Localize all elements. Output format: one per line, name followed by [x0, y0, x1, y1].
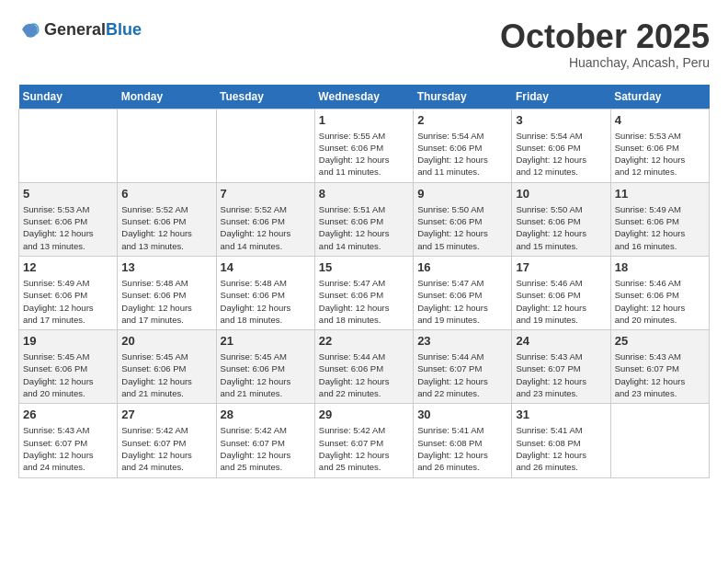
day-number: 8: [319, 187, 409, 201]
calendar-cell: 20Sunrise: 5:45 AM Sunset: 6:06 PM Dayli…: [118, 330, 216, 404]
calendar-cell: 25Sunrise: 5:43 AM Sunset: 6:07 PM Dayli…: [610, 330, 709, 404]
day-number: 11: [615, 187, 705, 201]
weekday-header-thursday: Thursday: [414, 85, 512, 109]
day-number: 6: [121, 187, 211, 201]
day-detail: Sunrise: 5:45 AM Sunset: 6:06 PM Dayligh…: [23, 350, 113, 399]
day-number: 25: [615, 334, 705, 348]
calendar-cell: 15Sunrise: 5:47 AM Sunset: 6:06 PM Dayli…: [314, 256, 413, 329]
day-detail: Sunrise: 5:47 AM Sunset: 6:06 PM Dayligh…: [319, 277, 409, 326]
day-number: 4: [615, 113, 705, 127]
calendar-cell: 1Sunrise: 5:55 AM Sunset: 6:06 PM Daylig…: [314, 109, 413, 182]
day-detail: Sunrise: 5:41 AM Sunset: 6:08 PM Dayligh…: [417, 424, 507, 473]
logo: General Blue: [18, 18, 142, 40]
day-number: 14: [221, 260, 311, 274]
day-number: 23: [417, 334, 507, 348]
calendar-title: October 2025: [500, 18, 710, 55]
day-detail: Sunrise: 5:46 AM Sunset: 6:06 PM Dayligh…: [516, 277, 606, 326]
day-number: 2: [417, 113, 507, 127]
day-number: 30: [417, 408, 507, 421]
day-detail: Sunrise: 5:55 AM Sunset: 6:06 PM Dayligh…: [319, 130, 409, 178]
calendar-cell: 2Sunrise: 5:54 AM Sunset: 6:06 PM Daylig…: [414, 109, 512, 182]
title-section: October 2025 Huanchay, Ancash, Peru: [500, 18, 710, 70]
day-detail: Sunrise: 5:48 AM Sunset: 6:06 PM Dayligh…: [121, 277, 211, 326]
day-number: 9: [417, 187, 507, 201]
calendar-cell: 26Sunrise: 5:43 AM Sunset: 6:07 PM Dayli…: [19, 404, 118, 477]
day-detail: Sunrise: 5:44 AM Sunset: 6:06 PM Dayligh…: [319, 350, 409, 399]
calendar-cell: 3Sunrise: 5:54 AM Sunset: 6:06 PM Daylig…: [512, 109, 610, 182]
day-number: 15: [319, 260, 409, 274]
calendar-cell: 27Sunrise: 5:42 AM Sunset: 6:07 PM Dayli…: [118, 404, 216, 477]
day-detail: Sunrise: 5:53 AM Sunset: 6:06 PM Dayligh…: [615, 130, 705, 178]
calendar-cell: 19Sunrise: 5:45 AM Sunset: 6:06 PM Dayli…: [19, 330, 118, 404]
day-number: 29: [319, 408, 409, 421]
logo-blue-text: Blue: [106, 20, 142, 40]
day-detail: Sunrise: 5:53 AM Sunset: 6:06 PM Dayligh…: [23, 203, 113, 252]
day-number: 28: [221, 408, 311, 421]
day-number: 24: [516, 334, 606, 348]
calendar-cell: 29Sunrise: 5:42 AM Sunset: 6:07 PM Dayli…: [314, 404, 413, 477]
day-number: 13: [121, 260, 211, 274]
weekday-header-sunday: Sunday: [19, 85, 118, 109]
day-detail: Sunrise: 5:42 AM Sunset: 6:07 PM Dayligh…: [221, 424, 311, 473]
calendar-cell: 30Sunrise: 5:41 AM Sunset: 6:08 PM Dayli…: [414, 404, 512, 477]
calendar-week-row: 1Sunrise: 5:55 AM Sunset: 6:06 PM Daylig…: [19, 109, 710, 182]
calendar-cell: 14Sunrise: 5:48 AM Sunset: 6:06 PM Dayli…: [216, 256, 314, 329]
calendar-cell: 18Sunrise: 5:46 AM Sunset: 6:06 PM Dayli…: [610, 256, 709, 329]
day-number: 12: [23, 260, 113, 274]
weekday-header-saturday: Saturday: [610, 85, 709, 109]
day-detail: Sunrise: 5:45 AM Sunset: 6:06 PM Dayligh…: [121, 350, 211, 399]
day-detail: Sunrise: 5:50 AM Sunset: 6:06 PM Dayligh…: [417, 203, 507, 252]
weekday-header-monday: Monday: [118, 85, 216, 109]
day-number: 7: [221, 187, 311, 201]
day-detail: Sunrise: 5:49 AM Sunset: 6:06 PM Dayligh…: [23, 277, 113, 326]
day-detail: Sunrise: 5:49 AM Sunset: 6:06 PM Dayligh…: [615, 203, 705, 252]
day-detail: Sunrise: 5:42 AM Sunset: 6:07 PM Dayligh…: [121, 424, 211, 473]
calendar-week-row: 5Sunrise: 5:53 AM Sunset: 6:06 PM Daylig…: [19, 182, 710, 256]
calendar-cell: 5Sunrise: 5:53 AM Sunset: 6:06 PM Daylig…: [19, 182, 118, 256]
day-detail: Sunrise: 5:46 AM Sunset: 6:06 PM Dayligh…: [615, 277, 705, 326]
calendar-cell: 6Sunrise: 5:52 AM Sunset: 6:06 PM Daylig…: [118, 182, 216, 256]
day-detail: Sunrise: 5:52 AM Sunset: 6:06 PM Dayligh…: [221, 203, 311, 252]
day-detail: Sunrise: 5:47 AM Sunset: 6:06 PM Dayligh…: [417, 277, 507, 326]
calendar-subtitle: Huanchay, Ancash, Peru: [500, 55, 710, 70]
calendar-cell: [216, 109, 314, 182]
day-number: 27: [121, 408, 211, 421]
day-detail: Sunrise: 5:41 AM Sunset: 6:08 PM Dayligh…: [516, 424, 606, 473]
day-detail: Sunrise: 5:50 AM Sunset: 6:06 PM Dayligh…: [516, 203, 606, 252]
day-detail: Sunrise: 5:54 AM Sunset: 6:06 PM Dayligh…: [516, 130, 606, 178]
logo-icon: [18, 18, 40, 40]
day-number: 26: [23, 408, 113, 421]
day-number: 5: [23, 187, 113, 201]
calendar-cell: 7Sunrise: 5:52 AM Sunset: 6:06 PM Daylig…: [216, 182, 314, 256]
day-number: 19: [23, 334, 113, 348]
calendar-cell: 11Sunrise: 5:49 AM Sunset: 6:06 PM Dayli…: [610, 182, 709, 256]
calendar-week-row: 19Sunrise: 5:45 AM Sunset: 6:06 PM Dayli…: [19, 330, 710, 404]
calendar-cell: 16Sunrise: 5:47 AM Sunset: 6:06 PM Dayli…: [414, 256, 512, 329]
day-number: 18: [615, 260, 705, 274]
day-number: 17: [516, 260, 606, 274]
day-number: 10: [516, 187, 606, 201]
calendar-week-row: 12Sunrise: 5:49 AM Sunset: 6:06 PM Dayli…: [19, 256, 710, 329]
calendar-cell: [610, 404, 709, 477]
day-detail: Sunrise: 5:48 AM Sunset: 6:06 PM Dayligh…: [221, 277, 311, 326]
day-detail: Sunrise: 5:43 AM Sunset: 6:07 PM Dayligh…: [23, 424, 113, 473]
calendar-table: SundayMondayTuesdayWednesdayThursdayFrid…: [18, 85, 710, 478]
day-detail: Sunrise: 5:52 AM Sunset: 6:06 PM Dayligh…: [121, 203, 211, 252]
day-number: 16: [417, 260, 507, 274]
day-detail: Sunrise: 5:54 AM Sunset: 6:06 PM Dayligh…: [417, 130, 507, 178]
calendar-cell: [19, 109, 118, 182]
calendar-week-row: 26Sunrise: 5:43 AM Sunset: 6:07 PM Dayli…: [19, 404, 710, 477]
day-number: 1: [319, 113, 409, 127]
calendar-cell: [118, 109, 216, 182]
weekday-header-wednesday: Wednesday: [314, 85, 413, 109]
day-detail: Sunrise: 5:44 AM Sunset: 6:07 PM Dayligh…: [417, 350, 507, 399]
calendar-cell: 24Sunrise: 5:43 AM Sunset: 6:07 PM Dayli…: [512, 330, 610, 404]
day-detail: Sunrise: 5:43 AM Sunset: 6:07 PM Dayligh…: [615, 350, 705, 399]
calendar-cell: 8Sunrise: 5:51 AM Sunset: 6:06 PM Daylig…: [314, 182, 413, 256]
weekday-header-row: SundayMondayTuesdayWednesdayThursdayFrid…: [19, 85, 710, 109]
day-number: 22: [319, 334, 409, 348]
day-number: 21: [221, 334, 311, 348]
day-detail: Sunrise: 5:51 AM Sunset: 6:06 PM Dayligh…: [319, 203, 409, 252]
day-number: 3: [516, 113, 606, 127]
calendar-cell: 22Sunrise: 5:44 AM Sunset: 6:06 PM Dayli…: [314, 330, 413, 404]
